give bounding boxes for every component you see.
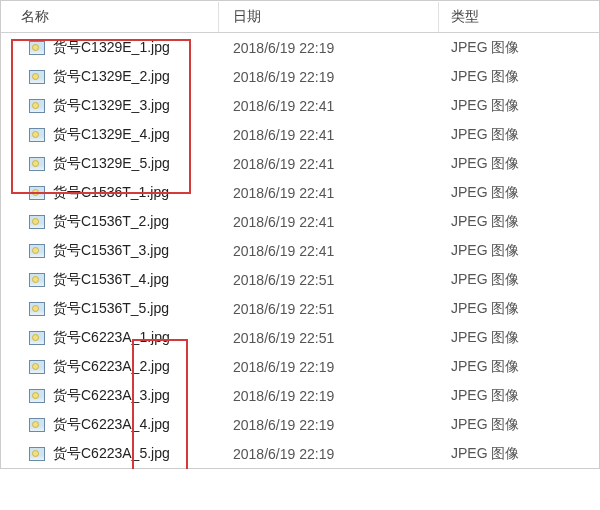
file-name-cell[interactable]: 货号C6223A_4.jpg xyxy=(1,416,219,434)
file-name-cell[interactable]: 货号C1536T_1.jpg xyxy=(1,184,219,202)
file-row[interactable]: 货号C1329E_4.jpg2018/6/19 22:41JPEG 图像 xyxy=(1,120,599,149)
column-header-type[interactable]: 类型 xyxy=(439,2,599,32)
image-file-icon xyxy=(29,186,45,200)
file-type-cell: JPEG 图像 xyxy=(439,242,599,260)
file-name-text: 货号C6223A_1.jpg xyxy=(53,329,170,347)
file-date-cell: 2018/6/19 22:19 xyxy=(219,359,439,375)
image-file-icon xyxy=(29,418,45,432)
file-date-cell: 2018/6/19 22:51 xyxy=(219,330,439,346)
file-name-text: 货号C1329E_3.jpg xyxy=(53,97,170,115)
file-date-cell: 2018/6/19 22:41 xyxy=(219,185,439,201)
file-type-cell: JPEG 图像 xyxy=(439,416,599,434)
file-row[interactable]: 货号C6223A_1.jpg2018/6/19 22:51JPEG 图像 xyxy=(1,323,599,352)
file-date-cell: 2018/6/19 22:19 xyxy=(219,417,439,433)
file-date-cell: 2018/6/19 22:19 xyxy=(219,40,439,56)
file-row[interactable]: 货号C1329E_1.jpg2018/6/19 22:19JPEG 图像 xyxy=(1,33,599,62)
file-type-cell: JPEG 图像 xyxy=(439,39,599,57)
file-type-cell: JPEG 图像 xyxy=(439,155,599,173)
image-file-icon xyxy=(29,389,45,403)
image-file-icon xyxy=(29,70,45,84)
file-date-cell: 2018/6/19 22:41 xyxy=(219,127,439,143)
file-name-cell[interactable]: 货号C1329E_4.jpg xyxy=(1,126,219,144)
image-file-icon xyxy=(29,128,45,142)
file-date-cell: 2018/6/19 22:41 xyxy=(219,98,439,114)
file-name-cell[interactable]: 货号C6223A_2.jpg xyxy=(1,358,219,376)
file-name-text: 货号C6223A_2.jpg xyxy=(53,358,170,376)
file-date-cell: 2018/6/19 22:19 xyxy=(219,388,439,404)
file-date-cell: 2018/6/19 22:51 xyxy=(219,301,439,317)
file-explorer-window: 名称 日期 类型 货号C1329E_1.jpg2018/6/19 22:19JP… xyxy=(0,0,600,469)
file-type-cell: JPEG 图像 xyxy=(439,271,599,289)
file-name-cell[interactable]: 货号C1536T_4.jpg xyxy=(1,271,219,289)
file-name-text: 货号C1329E_2.jpg xyxy=(53,68,170,86)
file-name-text: 货号C1536T_1.jpg xyxy=(53,184,169,202)
file-name-cell[interactable]: 货号C1536T_3.jpg xyxy=(1,242,219,260)
file-type-cell: JPEG 图像 xyxy=(439,445,599,463)
file-row[interactable]: 货号C6223A_3.jpg2018/6/19 22:19JPEG 图像 xyxy=(1,381,599,410)
file-name-text: 货号C1329E_4.jpg xyxy=(53,126,170,144)
file-type-cell: JPEG 图像 xyxy=(439,213,599,231)
file-row[interactable]: 货号C1536T_4.jpg2018/6/19 22:51JPEG 图像 xyxy=(1,265,599,294)
file-name-text: 货号C1536T_2.jpg xyxy=(53,213,169,231)
file-row[interactable]: 货号C6223A_5.jpg2018/6/19 22:19JPEG 图像 xyxy=(1,439,599,468)
file-date-cell: 2018/6/19 22:19 xyxy=(219,69,439,85)
file-type-cell: JPEG 图像 xyxy=(439,97,599,115)
file-row[interactable]: 货号C1536T_3.jpg2018/6/19 22:41JPEG 图像 xyxy=(1,236,599,265)
file-name-cell[interactable]: 货号C1536T_5.jpg xyxy=(1,300,219,318)
file-name-text: 货号C1536T_4.jpg xyxy=(53,271,169,289)
image-file-icon xyxy=(29,99,45,113)
file-date-cell: 2018/6/19 22:41 xyxy=(219,243,439,259)
file-date-cell: 2018/6/19 22:19 xyxy=(219,446,439,462)
file-name-text: 货号C6223A_5.jpg xyxy=(53,445,170,463)
file-date-cell: 2018/6/19 22:41 xyxy=(219,214,439,230)
file-name-cell[interactable]: 货号C1536T_2.jpg xyxy=(1,213,219,231)
image-file-icon xyxy=(29,360,45,374)
file-name-text: 货号C6223A_4.jpg xyxy=(53,416,170,434)
file-row[interactable]: 货号C1329E_3.jpg2018/6/19 22:41JPEG 图像 xyxy=(1,91,599,120)
image-file-icon xyxy=(29,273,45,287)
image-file-icon xyxy=(29,244,45,258)
file-type-cell: JPEG 图像 xyxy=(439,358,599,376)
file-name-text: 货号C1536T_3.jpg xyxy=(53,242,169,260)
file-row[interactable]: 货号C1536T_5.jpg2018/6/19 22:51JPEG 图像 xyxy=(1,294,599,323)
file-row[interactable]: 货号C6223A_4.jpg2018/6/19 22:19JPEG 图像 xyxy=(1,410,599,439)
file-name-cell[interactable]: 货号C6223A_5.jpg xyxy=(1,445,219,463)
file-name-text: 货号C6223A_3.jpg xyxy=(53,387,170,405)
image-file-icon xyxy=(29,302,45,316)
file-name-cell[interactable]: 货号C6223A_1.jpg xyxy=(1,329,219,347)
file-name-cell[interactable]: 货号C1329E_2.jpg xyxy=(1,68,219,86)
file-type-cell: JPEG 图像 xyxy=(439,68,599,86)
file-name-text: 货号C1329E_5.jpg xyxy=(53,155,170,173)
file-type-cell: JPEG 图像 xyxy=(439,184,599,202)
image-file-icon xyxy=(29,157,45,171)
file-name-cell[interactable]: 货号C1329E_1.jpg xyxy=(1,39,219,57)
file-name-cell[interactable]: 货号C6223A_3.jpg xyxy=(1,387,219,405)
file-row[interactable]: 货号C6223A_2.jpg2018/6/19 22:19JPEG 图像 xyxy=(1,352,599,381)
file-type-cell: JPEG 图像 xyxy=(439,300,599,318)
file-row[interactable]: 货号C1536T_1.jpg2018/6/19 22:41JPEG 图像 xyxy=(1,178,599,207)
file-type-cell: JPEG 图像 xyxy=(439,126,599,144)
file-name-cell[interactable]: 货号C1329E_3.jpg xyxy=(1,97,219,115)
file-list: 货号C1329E_1.jpg2018/6/19 22:19JPEG 图像货号C1… xyxy=(1,33,599,468)
image-file-icon xyxy=(29,215,45,229)
file-name-cell[interactable]: 货号C1329E_5.jpg xyxy=(1,155,219,173)
image-file-icon xyxy=(29,447,45,461)
column-header-name[interactable]: 名称 xyxy=(1,2,219,32)
image-file-icon xyxy=(29,331,45,345)
file-row[interactable]: 货号C1536T_2.jpg2018/6/19 22:41JPEG 图像 xyxy=(1,207,599,236)
file-row[interactable]: 货号C1329E_5.jpg2018/6/19 22:41JPEG 图像 xyxy=(1,149,599,178)
file-type-cell: JPEG 图像 xyxy=(439,329,599,347)
file-name-text: 货号C1536T_5.jpg xyxy=(53,300,169,318)
file-date-cell: 2018/6/19 22:41 xyxy=(219,156,439,172)
file-date-cell: 2018/6/19 22:51 xyxy=(219,272,439,288)
column-header-date[interactable]: 日期 xyxy=(219,2,439,32)
image-file-icon xyxy=(29,41,45,55)
file-row[interactable]: 货号C1329E_2.jpg2018/6/19 22:19JPEG 图像 xyxy=(1,62,599,91)
column-header-row: 名称 日期 类型 xyxy=(1,1,599,33)
file-name-text: 货号C1329E_1.jpg xyxy=(53,39,170,57)
file-type-cell: JPEG 图像 xyxy=(439,387,599,405)
